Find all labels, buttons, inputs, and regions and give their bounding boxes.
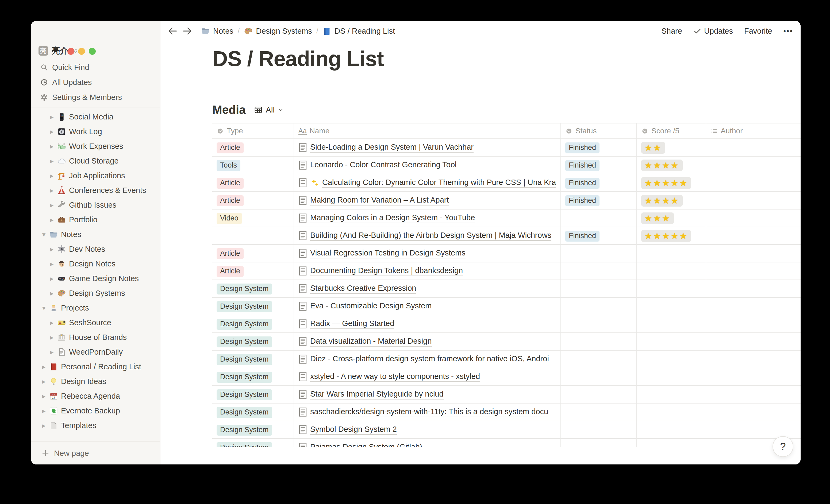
column-header-status[interactable]: Status (561, 124, 637, 138)
sidebar-item-personal-reading-list[interactable]: ▸Personal / Reading List (31, 360, 160, 374)
sidebar-item-design-ideas[interactable]: ▸Design Ideas (31, 374, 160, 389)
sidebar-item-house-of-brands[interactable]: ▸House of Brands (31, 330, 160, 345)
chevron-right-icon[interactable]: ▸ (47, 113, 56, 121)
page-link[interactable]: Star Wars Imperial Styleguide by nclud (310, 390, 444, 400)
score-cell[interactable] (637, 439, 706, 447)
page-link[interactable]: Calculating Color: Dynamic Color Theming… (322, 178, 556, 188)
type-badge[interactable]: Design System (217, 389, 272, 400)
type-cell[interactable]: Design System (212, 386, 294, 403)
table-row[interactable]: Design Systemxstyled - A new way to styl… (212, 368, 801, 386)
name-cell[interactable]: xstyled - A new way to style components … (294, 368, 561, 385)
sidebar-item-job-applications[interactable]: ▸Job Applications (31, 168, 160, 183)
status-cell[interactable] (561, 350, 637, 368)
chevron-right-icon[interactable]: ▸ (47, 245, 56, 253)
score-cell[interactable]: ★★★★★ (637, 174, 706, 191)
chevron-right-icon[interactable]: ▸ (47, 334, 56, 341)
table-row[interactable]: ArticleCalculating Color: Dynamic Color … (212, 174, 801, 192)
author-cell[interactable] (706, 262, 801, 279)
page-link[interactable]: xstyled - A new way to style components … (310, 372, 480, 382)
status-cell[interactable] (561, 421, 637, 438)
status-cell[interactable]: Finished (561, 227, 637, 244)
sidebar-item-templates[interactable]: ▸Templates (31, 418, 160, 433)
name-cell[interactable]: Data visualization - Material Design (294, 333, 561, 350)
page-link[interactable]: saschadiercks/design-system-with-11ty: T… (310, 407, 548, 417)
score-cell[interactable] (637, 368, 706, 385)
page-title[interactable]: DS / Reading List (212, 46, 384, 71)
sidebar-item-settings-members[interactable]: Settings & Members (31, 90, 160, 105)
status-cell[interactable] (561, 386, 637, 403)
status-cell[interactable] (561, 245, 637, 262)
chevron-right-icon[interactable]: ▸ (39, 392, 48, 400)
status-cell[interactable]: Finished (561, 139, 637, 156)
sidebar-item-design-systems[interactable]: ▸Design Systems (31, 286, 160, 301)
score-cell[interactable] (637, 404, 706, 421)
share-button[interactable]: Share (662, 27, 682, 36)
table-row[interactable]: Design SystemData visualization - Materi… (212, 333, 801, 350)
chevron-right-icon[interactable]: ▸ (39, 407, 48, 415)
score-cell[interactable]: ★★ (637, 139, 706, 156)
sidebar-item-notes[interactable]: ▾Notes (31, 227, 160, 242)
type-cell[interactable]: Design System (212, 350, 294, 368)
breadcrumb-item-design-systems[interactable]: Design Systems (244, 27, 312, 36)
page-link[interactable]: Visual Regression Testing in Design Syst… (310, 248, 466, 259)
name-cell[interactable]: Side-Loading a Design System | Varun Vac… (294, 139, 561, 156)
author-cell[interactable] (706, 298, 801, 315)
type-badge[interactable]: Article (217, 248, 244, 259)
sidebar-item-social-media[interactable]: ▸Social Media (31, 109, 160, 124)
column-header-type[interactable]: Type (212, 124, 294, 138)
sidebar-item-work-log[interactable]: ▸Work Log (31, 124, 160, 139)
type-badge[interactable]: Design System (217, 283, 272, 295)
updates-button[interactable]: Updates (693, 27, 733, 36)
score-pill[interactable]: ★★★★★ (641, 230, 691, 242)
status-cell[interactable]: Finished (561, 157, 637, 174)
page-link[interactable]: Side-Loading a Design System | Varun Vac… (310, 143, 474, 153)
author-cell[interactable] (706, 350, 801, 368)
type-badge[interactable]: Video (217, 213, 242, 224)
chevron-right-icon[interactable]: ▸ (47, 290, 56, 297)
name-cell[interactable]: Visual Regression Testing in Design Syst… (294, 245, 561, 262)
status-cell[interactable] (561, 209, 637, 227)
status-cell[interactable]: Finished (561, 192, 637, 209)
breadcrumb-item-ds-reading-list[interactable]: DS / Reading List (322, 27, 395, 36)
table-row[interactable]: VideoManaging Colors in a Design System … (212, 209, 801, 227)
chevron-down-icon[interactable]: ▾ (39, 231, 48, 238)
score-cell[interactable]: ★★★★ (637, 157, 706, 174)
score-cell[interactable]: ★★★★ (637, 192, 706, 209)
table-row[interactable]: Design Systemsaschadiercks/design-system… (212, 404, 801, 421)
type-cell[interactable]: Article (212, 192, 294, 209)
sidebar-item-weedporndaily[interactable]: ▸WeedPornDaily (31, 345, 160, 360)
name-cell[interactable]: Symbol Design System 2 (294, 421, 561, 438)
favorite-button[interactable]: Favorite (744, 27, 772, 36)
score-cell[interactable] (637, 245, 706, 262)
status-cell[interactable] (561, 298, 637, 315)
author-cell[interactable] (706, 280, 801, 297)
status-badge[interactable]: Finished (565, 178, 600, 189)
name-cell[interactable]: Starbucks Creative Expression (294, 280, 561, 297)
collection-title[interactable]: Media (212, 103, 246, 116)
type-cell[interactable]: Design System (212, 404, 294, 421)
back-button[interactable] (167, 26, 178, 36)
chevron-right-icon[interactable]: ▸ (47, 187, 56, 194)
score-pill[interactable]: ★★ (641, 142, 665, 154)
page-link[interactable]: Managing Colors in a Design System - You… (310, 213, 475, 223)
sidebar-item-game-design-notes[interactable]: ▸Game Design Notes (31, 271, 160, 286)
table-row[interactable]: Design SystemPajamas Design System (Gitl… (212, 439, 801, 447)
column-header-author[interactable]: Author (706, 124, 801, 138)
type-badge[interactable]: Design System (217, 407, 272, 418)
page-link[interactable]: Diez - Cross-platform design system fram… (310, 355, 549, 364)
sidebar-item-conferences-events[interactable]: ▸Conferences & Events (31, 183, 160, 198)
score-cell[interactable] (637, 315, 706, 332)
page-link[interactable]: Documenting Design Tokens | dbanksdesign (310, 266, 463, 276)
status-badge[interactable]: Finished (565, 142, 600, 154)
page-link[interactable]: Symbol Design System 2 (310, 425, 397, 435)
chevron-right-icon[interactable]: ▸ (47, 142, 56, 150)
name-cell[interactable]: Making Room for Variation – A List Apart (294, 192, 561, 209)
zoom-button[interactable] (89, 48, 96, 55)
chevron-right-icon[interactable]: ▸ (39, 378, 48, 385)
sidebar-item-cloud-storage[interactable]: ▸Cloud Storage (31, 154, 160, 168)
type-cell[interactable]: Tools (212, 157, 294, 174)
type-cell[interactable]: Design System (212, 333, 294, 350)
score-pill[interactable]: ★★★★ (641, 195, 683, 207)
table-row[interactable]: Design SystemStarbucks Creative Expressi… (212, 280, 801, 298)
name-cell[interactable]: Pajamas Design System (Gitlab) (294, 439, 561, 447)
